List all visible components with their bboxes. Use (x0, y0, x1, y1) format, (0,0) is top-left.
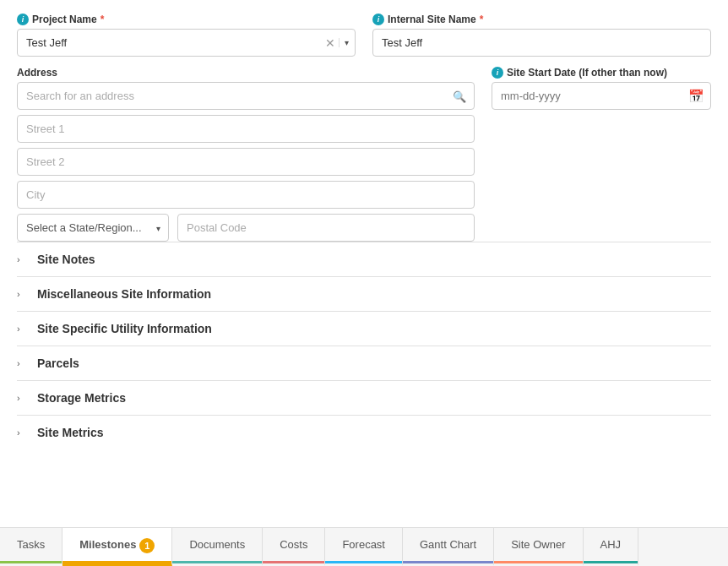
tab-documents[interactable]: Documents (172, 528, 263, 566)
tab-label-milestones: Milestones (79, 538, 136, 551)
tab-gantt-chart[interactable]: Gantt Chart (403, 528, 494, 566)
state-select[interactable]: Select a State/Region... Alabama Alaska … (17, 214, 169, 242)
tab-color-bar-site-owner (494, 561, 582, 563)
tab-ahj[interactable]: AHJ (584, 528, 639, 566)
state-postal-row: Select a State/Region... Alabama Alaska … (17, 214, 475, 242)
tabs-bar: TasksMilestones1DocumentsCostsForecastGa… (0, 527, 728, 566)
tab-forecast[interactable]: Forecast (325, 528, 403, 566)
section-site-metrics: › Site Metrics (17, 415, 711, 449)
tab-color-bar-documents (172, 561, 262, 563)
city-input[interactable] (17, 181, 475, 209)
section-title-parcels: Parcels (37, 356, 79, 370)
tab-badge-milestones: 1 (139, 538, 155, 553)
section-parcels: › Parcels (17, 346, 711, 380)
section-title-site-metrics: Site Metrics (37, 426, 104, 439)
tab-costs[interactable]: Costs (263, 528, 325, 566)
site-start-date-label: i Site Start Date (If other than now) (492, 67, 711, 79)
internal-site-name-info-icon: i (372, 14, 384, 25)
section-storage-metrics: › Storage Metrics (17, 380, 711, 415)
section-header-site-metrics[interactable]: › Site Metrics (17, 424, 711, 441)
tab-label-tasks: Tasks (17, 538, 45, 551)
chevron-icon-site-metrics: › (17, 427, 29, 438)
calendar-icon[interactable]: 📅 (688, 89, 704, 104)
section-misc-site-info: › Miscellaneous Site Information (17, 276, 711, 311)
site-start-date-group: i Site Start Date (If other than now) 📅 (492, 67, 711, 242)
tab-label-ahj: AHJ (600, 538, 622, 551)
section-header-site-specific-utility[interactable]: › Site Specific Utility Information (17, 320, 711, 337)
section-header-parcels[interactable]: › Parcels (17, 355, 711, 372)
address-search-input[interactable] (17, 82, 475, 110)
tab-label-documents: Documents (189, 538, 245, 551)
project-name-input-wrap: ✕ ▾ (17, 29, 356, 57)
street2-input[interactable] (17, 148, 475, 176)
section-site-notes: › Site Notes (17, 242, 711, 276)
address-label: Address (17, 67, 475, 79)
tab-label-site-owner: Site Owner (511, 538, 565, 551)
tab-label-costs: Costs (280, 538, 307, 551)
state-select-wrap: Select a State/Region... Alabama Alaska … (17, 214, 169, 242)
tab-site-owner[interactable]: Site Owner (494, 528, 583, 566)
section-site-specific-utility: › Site Specific Utility Information (17, 311, 711, 346)
section-header-storage-metrics[interactable]: › Storage Metrics (17, 389, 711, 406)
tab-label-gantt-chart: Gantt Chart (420, 538, 476, 551)
tab-color-bar-gantt-chart (403, 561, 493, 563)
chevron-icon-site-specific-utility: › (17, 324, 29, 334)
section-title-site-specific-utility: Site Specific Utility Information (37, 322, 212, 335)
address-group: Address 🔍 Select a State/Region... Alaba… (17, 67, 475, 242)
postal-code-input[interactable] (177, 214, 475, 242)
section-header-misc-site-info[interactable]: › Miscellaneous Site Information (17, 286, 711, 302)
street1-input[interactable] (17, 115, 475, 143)
chevron-icon-site-notes: › (17, 254, 29, 264)
project-name-label: i Project Name * (17, 14, 356, 25)
tab-milestones[interactable]: Milestones1 (62, 528, 172, 566)
internal-site-name-input[interactable] (372, 29, 711, 57)
project-name-required: * (101, 14, 105, 25)
chevron-icon-storage-metrics: › (17, 393, 29, 403)
tab-color-bar-milestones (62, 561, 171, 563)
internal-site-name-label: i Internal Site Name * (372, 14, 711, 25)
address-search-wrap: 🔍 (17, 82, 475, 110)
address-date-row: Address 🔍 Select a State/Region... Alaba… (17, 67, 711, 242)
chevron-icon-parcels: › (17, 358, 29, 368)
section-title-site-notes: Site Notes (37, 253, 95, 266)
tab-tasks[interactable]: Tasks (0, 528, 62, 566)
internal-site-name-input-wrap (372, 29, 711, 57)
chevron-icon-misc-site-info: › (17, 289, 29, 299)
project-name-actions: ✕ ▾ (325, 37, 349, 49)
site-start-date-input[interactable] (492, 82, 711, 110)
tab-color-bar-forecast (325, 561, 402, 563)
tab-color-bar-tasks (0, 561, 62, 563)
section-header-site-notes[interactable]: › Site Notes (17, 251, 711, 268)
tab-color-bar-ahj (584, 561, 638, 563)
collapsible-sections: › Site Notes › Miscellaneous Site Inform… (17, 242, 711, 449)
tab-color-bar-costs (263, 561, 324, 563)
section-title-misc-site-info: Miscellaneous Site Information (37, 287, 211, 301)
site-start-date-wrap: 📅 (492, 82, 711, 110)
site-start-date-info-icon: i (492, 67, 503, 79)
internal-site-name-required: * (480, 14, 484, 25)
project-name-input[interactable] (17, 29, 356, 57)
search-icon: 🔍 (453, 90, 466, 102)
section-title-storage-metrics: Storage Metrics (37, 391, 126, 405)
project-name-clear-button[interactable]: ✕ (325, 37, 335, 49)
project-name-group: i Project Name * ✕ ▾ (17, 14, 356, 57)
project-name-info-icon: i (17, 14, 29, 25)
project-name-dropdown-arrow[interactable]: ▾ (339, 38, 349, 47)
internal-site-name-group: i Internal Site Name * (372, 14, 711, 57)
tab-label-forecast: Forecast (342, 538, 385, 551)
